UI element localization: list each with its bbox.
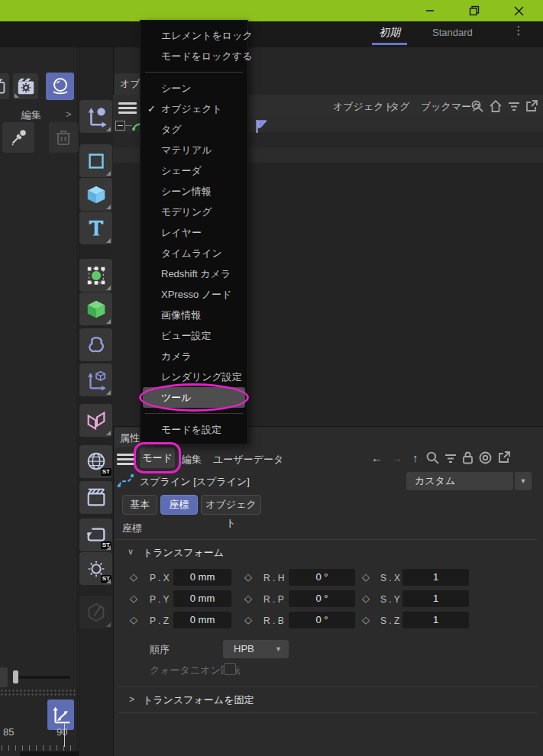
coord-input-rb[interactable]: 0 ° — [289, 612, 355, 628]
om-tab-objects[interactable]: オブジェクト — [333, 100, 394, 114]
minimize-button[interactable] — [417, 0, 443, 21]
freeze-collapse-icon[interactable]: > — [129, 694, 134, 705]
menu-item-lock-mode[interactable]: モードをロックする — [141, 46, 247, 66]
preset-dropdown[interactable]: カスタム — [406, 472, 513, 490]
coord-input-rh[interactable]: 0 ° — [289, 569, 355, 586]
menu-item-label: タイムライン — [161, 247, 222, 259]
quaternion-checkbox[interactable] — [224, 663, 236, 675]
am-lock-icon[interactable] — [461, 451, 474, 465]
menu-item-tool[interactable]: ツール — [143, 387, 245, 408]
tab-coordinates[interactable]: 座標 — [160, 495, 198, 515]
coord-input-px[interactable]: 0 mm — [173, 569, 231, 586]
om-home-icon[interactable] — [489, 99, 503, 113]
clapperboard-button[interactable] — [0, 73, 9, 99]
menu-item-modeling[interactable]: モデリング — [141, 202, 247, 222]
edit-chevron-icon[interactable]: > — [66, 108, 72, 120]
fcurve-mode-button[interactable] — [47, 699, 74, 730]
tree-collapse-node[interactable] — [115, 121, 125, 131]
keyframe-diamond[interactable]: ◇ — [362, 593, 370, 604]
symmetry-tool-button[interactable] — [79, 404, 112, 437]
menu-item-redshift-camera[interactable]: Redshift カメラ — [141, 263, 247, 284]
edit-material-button[interactable] — [79, 596, 112, 628]
globe-tool-button[interactable]: ST — [79, 445, 112, 478]
keyframe-diamond[interactable]: ◇ — [130, 614, 137, 625]
point-mode-button[interactable] — [79, 259, 112, 292]
keyframe-diamond[interactable]: ◇ — [244, 614, 252, 625]
kebab-menu-icon[interactable]: ⋮ — [512, 27, 525, 34]
om-tab-tags[interactable]: タグ — [389, 100, 410, 114]
am-up-icon[interactable]: ↑ — [412, 451, 419, 464]
material-preview-button[interactable] — [46, 73, 74, 100]
transform-section-header[interactable]: トランスフォーム — [143, 546, 224, 560]
eyedropper-button[interactable] — [2, 122, 34, 153]
coord-input-rp[interactable]: 0 ° — [289, 590, 355, 607]
menu-item-layer[interactable]: レイヤー — [141, 222, 247, 243]
cube-tool-button[interactable] — [79, 178, 112, 211]
object-mode-button[interactable] — [79, 292, 112, 325]
am-userdata-menu[interactable]: ユーザーデータ — [213, 453, 283, 467]
menu-item-scene[interactable]: シーン — [141, 78, 247, 99]
menu-item-scene-info[interactable]: シーン情報 — [141, 181, 247, 202]
timeline-zoom-slider[interactable] — [14, 676, 70, 679]
menu-item-material[interactable]: マテリアル — [141, 140, 247, 160]
slider-handle[interactable] — [13, 670, 18, 683]
am-filter-icon[interactable] — [444, 451, 457, 465]
tab-basic[interactable]: 基本 — [122, 495, 157, 515]
am-target-icon[interactable] — [478, 451, 493, 465]
preset-dropdown-arrow[interactable]: ▼ — [515, 472, 532, 490]
am-external-icon[interactable] — [497, 451, 511, 464]
coord-input-sy[interactable]: 1 — [402, 590, 469, 607]
delete-button[interactable] — [49, 122, 78, 153]
coord-input-py[interactable]: 0 mm — [173, 590, 231, 607]
om-filter-icon[interactable] — [507, 99, 521, 113]
coord-input-sz[interactable]: 1 — [402, 612, 469, 628]
autokey-tool-button[interactable]: ST — [79, 552, 112, 585]
menu-item-object[interactable]: ✓オブジェクト — [141, 99, 247, 119]
menu-item-picture-info[interactable]: 画像情報 — [141, 305, 247, 325]
menu-item-camera[interactable]: カメラ — [141, 346, 247, 367]
restore-button[interactable] — [461, 0, 487, 21]
menu-item-shader[interactable]: シェーダ — [141, 160, 247, 181]
record-tool-button[interactable]: ST — [79, 519, 112, 551]
om-search-icon[interactable] — [470, 99, 484, 113]
keyframe-diamond[interactable]: ◇ — [362, 571, 370, 583]
menu-item-set-mode[interactable]: モードを設定 — [141, 419, 247, 440]
am-forward-icon[interactable]: → — [391, 451, 402, 464]
axis-mode-button[interactable] — [79, 363, 112, 396]
render-settings-button[interactable] — [13, 73, 38, 99]
menu-item-xpresso-node[interactable]: XPresso ノード — [141, 284, 247, 305]
menu-item-lock-element[interactable]: エレメントをロック — [141, 25, 247, 46]
om-hamburger-icon[interactable] — [118, 100, 137, 116]
tab-object[interactable]: オブジェクト — [201, 495, 261, 515]
am-search-icon[interactable] — [425, 451, 440, 465]
coord-input-pz[interactable]: 0 mm — [173, 612, 231, 628]
move-tool-button[interactable] — [79, 100, 112, 133]
am-edit-menu[interactable]: 編集 — [182, 453, 202, 467]
edit-menu[interactable]: 編集 — [21, 108, 41, 122]
menu-item-timeline[interactable]: タイムライン — [141, 243, 247, 263]
menu-item-view-settings[interactable]: ビュー設定 — [141, 325, 247, 346]
coord-input-sx[interactable]: 1 — [402, 569, 469, 586]
layout-tab-initial[interactable]: 初期 — [372, 26, 407, 40]
keyframe-diamond[interactable]: ◇ — [244, 593, 252, 604]
order-dropdown[interactable]: HPB ▼ — [223, 640, 289, 658]
menu-item-tag[interactable]: タグ — [141, 119, 247, 140]
keyframe-diamond[interactable]: ◇ — [130, 593, 137, 604]
layer-flag-icon[interactable] — [255, 119, 268, 134]
text-tool-button[interactable] — [79, 212, 112, 244]
scroll-end-cap[interactable] — [0, 667, 8, 687]
layout-tab-standard[interactable]: Standard — [432, 27, 486, 38]
freeze-section-header[interactable]: トランスフォームを固定 — [143, 693, 254, 707]
timeline-playhead[interactable] — [64, 722, 65, 747]
am-back-icon[interactable]: ← — [371, 451, 383, 464]
om-external-icon[interactable] — [525, 99, 538, 113]
keyframe-diamond[interactable]: ◇ — [244, 571, 252, 583]
transform-collapse-icon[interactable]: ∨ — [128, 547, 134, 557]
spline-segment-button[interactable] — [79, 328, 112, 361]
film-tool-button[interactable] — [79, 481, 112, 514]
plane-tool-button[interactable] — [79, 144, 112, 177]
close-button[interactable] — [506, 0, 532, 21]
keyframe-diamond[interactable]: ◇ — [362, 614, 370, 625]
keyframe-diamond[interactable]: ◇ — [130, 571, 137, 583]
am-hamburger-icon[interactable] — [117, 451, 135, 467]
